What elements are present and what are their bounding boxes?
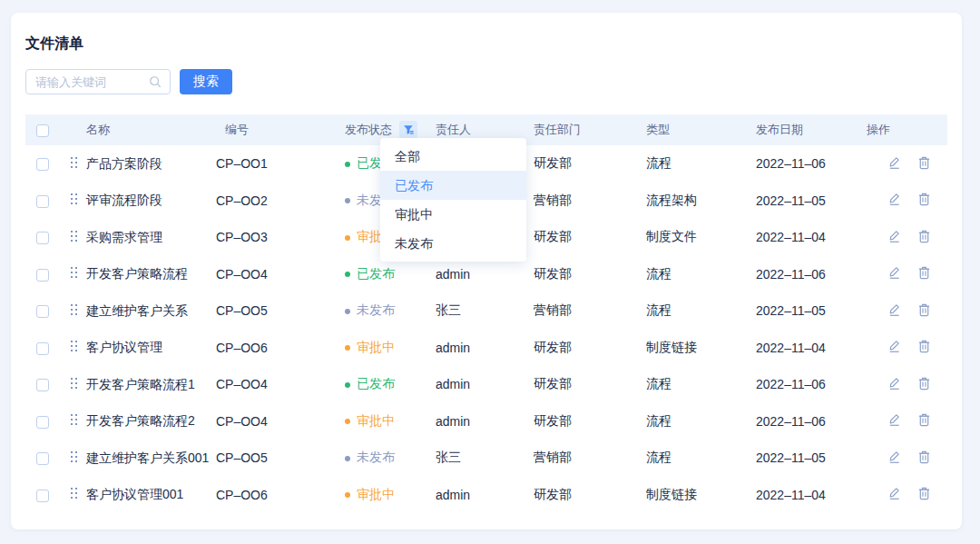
row-checkbox[interactable]: [36, 305, 49, 318]
drag-handle-icon: [69, 302, 78, 315]
doc-date: 2022–11–06: [749, 256, 851, 293]
doc-name: 开发客户策略流程: [86, 266, 188, 281]
drag-handle-icon: [69, 265, 78, 278]
doc-owner: admin: [424, 477, 526, 514]
file-list-card: 文件清单 搜索 名称 编号 发布状态: [11, 13, 962, 529]
delete-button[interactable]: [917, 265, 932, 280]
table-row: 客户协议管理 CP–OO6 审批中 admin 研发部 制度链接 2022–11…: [25, 330, 947, 367]
delete-button[interactable]: [917, 376, 932, 391]
table-row: 建立维护客户关系 CP–OO5 未发布 张三 营销部 流程 2022–11–05: [25, 292, 947, 330]
delete-button[interactable]: [917, 450, 932, 464]
doc-owner: 张三: [424, 292, 526, 330]
doc-type: 制度链接: [639, 477, 749, 514]
drag-handle-icon: [69, 339, 78, 351]
status-label: 已发布: [357, 266, 395, 281]
col-header-status: 发布状态: [345, 122, 392, 138]
status-filter-button[interactable]: [399, 121, 417, 139]
edit-pencil-icon: [887, 339, 901, 353]
doc-type: 流程: [639, 366, 749, 403]
search-button[interactable]: 搜索: [180, 69, 232, 94]
status-label: 审批中: [357, 340, 395, 354]
trash-icon: [917, 265, 931, 280]
status-dot: [345, 456, 350, 461]
doc-department: 研发部: [526, 477, 639, 514]
doc-date: 2022–11–04: [749, 477, 851, 514]
doc-code: CP–OO3: [209, 219, 338, 256]
table-row: 建立维护客户关系001 CP–OO5 未发布 张三 营销部 流程 2022–11…: [25, 440, 947, 477]
row-checkbox[interactable]: [36, 416, 49, 429]
doc-code: CP–OO4: [209, 403, 338, 440]
delete-button[interactable]: [917, 155, 932, 170]
doc-date: 2022–11–06: [749, 145, 851, 183]
trash-icon: [917, 376, 931, 391]
doc-department: 研发部: [526, 256, 639, 293]
doc-code: CP–OO4: [209, 256, 338, 293]
edit-button[interactable]: [887, 192, 902, 206]
edit-button[interactable]: [887, 412, 902, 427]
filter-option-approving[interactable]: 审批中: [380, 200, 526, 229]
drag-handle-icon: [69, 229, 78, 242]
select-all-checkbox[interactable]: [36, 124, 49, 137]
edit-button[interactable]: [887, 339, 902, 353]
doc-owner: admin: [424, 403, 526, 440]
drag-handle-icon: [69, 450, 78, 462]
doc-department: 研发部: [526, 219, 639, 256]
doc-date: 2022–11–04: [749, 219, 851, 256]
row-checkbox[interactable]: [36, 452, 49, 465]
row-checkbox[interactable]: [36, 379, 49, 391]
drag-handle-icon: [69, 486, 78, 499]
status-dot: [345, 162, 350, 167]
search-input[interactable]: [25, 69, 171, 94]
status-dot: [345, 272, 350, 277]
delete-button[interactable]: [917, 412, 932, 427]
doc-owner: admin: [424, 330, 526, 367]
row-checkbox[interactable]: [36, 490, 49, 502]
doc-name: 采购需求管理: [86, 230, 162, 244]
doc-type: 流程架构: [639, 183, 749, 220]
edit-button[interactable]: [887, 155, 902, 170]
trash-icon: [917, 486, 931, 500]
drag-handle-icon: [69, 376, 78, 389]
edit-button[interactable]: [887, 486, 902, 500]
row-checkbox[interactable]: [36, 269, 49, 282]
drag-handle-icon: [69, 412, 78, 425]
doc-name: 评审流程阶段: [86, 193, 162, 207]
doc-name: 建立维护客户关系001: [86, 450, 209, 465]
filter-option-published[interactable]: 已发布: [380, 171, 526, 200]
edit-button[interactable]: [887, 376, 902, 391]
doc-department: 营销部: [526, 183, 639, 220]
doc-code: CP–OO5: [209, 292, 338, 330]
edit-button[interactable]: [887, 302, 902, 317]
row-checkbox[interactable]: [36, 158, 49, 171]
delete-button[interactable]: [917, 192, 932, 206]
filter-funnel-icon: [403, 124, 414, 135]
doc-date: 2022–11–05: [749, 440, 851, 477]
delete-button[interactable]: [917, 302, 932, 317]
edit-pencil-icon: [887, 229, 901, 243]
doc-type: 制度文件: [639, 219, 749, 256]
filter-option-all[interactable]: 全部: [380, 142, 526, 171]
row-checkbox[interactable]: [36, 342, 49, 355]
doc-name: 开发客户策略流程1: [86, 377, 195, 391]
delete-button[interactable]: [917, 229, 932, 243]
edit-button[interactable]: [887, 450, 902, 464]
delete-button[interactable]: [917, 486, 932, 500]
edit-pencil-icon: [887, 265, 901, 280]
doc-owner: 张三: [424, 440, 526, 477]
edit-button[interactable]: [887, 265, 902, 280]
filter-option-unpublished[interactable]: 未发布: [380, 229, 526, 258]
row-checkbox[interactable]: [36, 195, 49, 208]
doc-department: 研发部: [526, 403, 639, 440]
edit-button[interactable]: [887, 229, 902, 243]
status-label: 审批中: [357, 487, 395, 501]
delete-button[interactable]: [917, 339, 932, 353]
doc-code: CP–OO6: [209, 477, 338, 514]
row-checkbox[interactable]: [36, 232, 49, 244]
doc-department: 营销部: [526, 292, 639, 330]
status-dot: [345, 492, 350, 498]
doc-code: CP–OO5: [209, 440, 338, 477]
status-label: 已发布: [357, 376, 395, 391]
table-row: 开发客户策略流程2 CP–OO4 审批中 admin 研发部 流程 2022–1…: [25, 403, 947, 440]
trash-icon: [917, 302, 931, 317]
trash-icon: [917, 192, 931, 206]
